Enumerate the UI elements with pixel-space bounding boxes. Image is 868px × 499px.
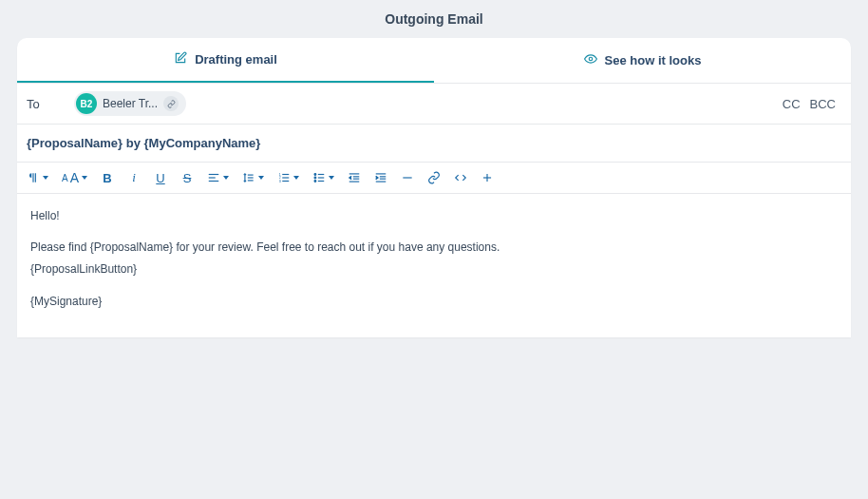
- editor-toolbar: AA B i U S 123: [17, 163, 851, 194]
- tab-drafting-label: Drafting email: [195, 52, 277, 67]
- cc-bcc: CC BCC: [783, 97, 841, 111]
- tab-drafting[interactable]: Drafting email: [17, 38, 434, 83]
- email-editor-card: Drafting email See how it looks To B2 Be…: [17, 38, 851, 337]
- bold-button[interactable]: B: [101, 171, 114, 185]
- page-title: Outgoing Email: [0, 0, 868, 38]
- indent-button[interactable]: [374, 171, 387, 184]
- tabs: Drafting email See how it looks: [17, 38, 851, 84]
- to-label: To: [27, 97, 74, 111]
- link-button[interactable]: [427, 171, 441, 184]
- tab-preview[interactable]: See how it looks: [434, 38, 851, 83]
- paragraph-format-button[interactable]: [27, 171, 48, 184]
- cc-button[interactable]: CC: [783, 97, 801, 111]
- body-line-3: {ProposalLinkButton}: [30, 260, 838, 278]
- email-body[interactable]: Hello! Please find {ProposalName} for yo…: [17, 194, 851, 337]
- font-size-button[interactable]: AA: [62, 170, 87, 185]
- outdent-button[interactable]: [348, 171, 361, 184]
- unordered-list-button[interactable]: [312, 171, 334, 184]
- body-line-2: Please find {ProposalName} for your revi…: [30, 239, 838, 257]
- recipient-chip[interactable]: B2 Beeler Tr...: [74, 91, 186, 116]
- svg-point-0: [589, 57, 593, 61]
- underline-button[interactable]: U: [154, 171, 167, 185]
- add-button[interactable]: [481, 171, 494, 184]
- link-icon: [163, 96, 179, 111]
- body-line-4: {MySignature}: [30, 293, 838, 311]
- bcc-button[interactable]: BCC: [810, 97, 836, 111]
- horizontal-rule-button[interactable]: [401, 171, 414, 184]
- code-button[interactable]: [454, 171, 467, 184]
- align-button[interactable]: [207, 171, 229, 184]
- svg-point-14: [314, 177, 316, 179]
- eye-icon: [584, 52, 597, 68]
- recipient-name: Beeler Tr...: [103, 97, 158, 110]
- italic-button[interactable]: i: [127, 170, 141, 185]
- edit-icon: [174, 51, 187, 67]
- ordered-list-button[interactable]: 123: [277, 171, 299, 184]
- svg-point-15: [314, 181, 316, 182]
- to-row: To B2 Beeler Tr... CC BCC: [17, 84, 851, 125]
- line-height-button[interactable]: [242, 171, 264, 184]
- avatar: B2: [76, 93, 97, 114]
- body-line-1: Hello!: [30, 207, 838, 225]
- svg-point-13: [314, 174, 316, 176]
- subject-input[interactable]: {ProposalName} by {MyCompanyName}: [17, 125, 851, 163]
- tab-preview-label: See how it looks: [605, 53, 702, 67]
- strikethrough-button[interactable]: S: [180, 171, 194, 185]
- svg-text:3: 3: [279, 180, 281, 183]
